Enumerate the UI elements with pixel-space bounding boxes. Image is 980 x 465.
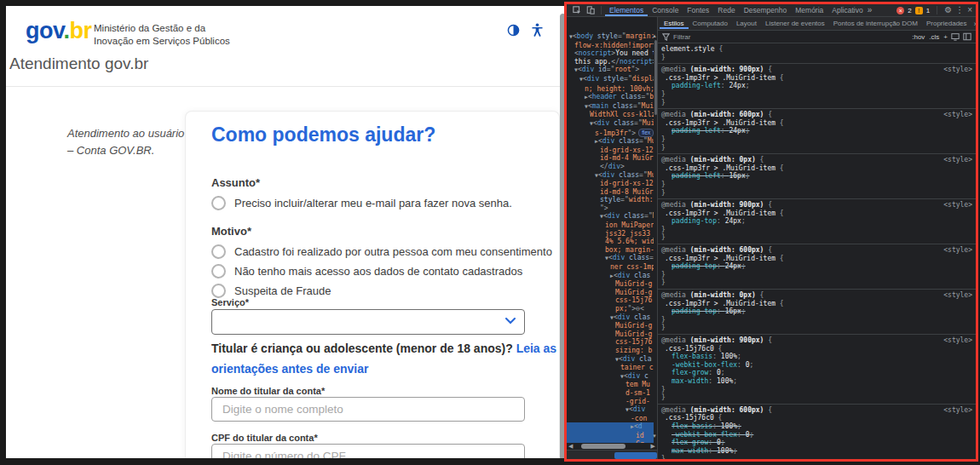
tree-line[interactable]: ▼<div cla — [567, 355, 654, 365]
rendering-icon[interactable] — [951, 32, 960, 41]
tree-line[interactable]: ▼<div class= — [567, 254, 654, 263]
accessibility-icon[interactable] — [532, 23, 543, 37]
radio-button-icon[interactable] — [211, 284, 226, 298]
radio-button-icon[interactable] — [211, 264, 226, 278]
devtools-tab-elementos[interactable]: Elementos — [605, 5, 648, 16]
tree-line[interactable]: MuiGrid-g — [567, 280, 654, 289]
css-property[interactable]: flex-grow: 0; — [661, 439, 972, 447]
tree-line[interactable]: tem Mu — [567, 381, 654, 389]
tree-line[interactable]: ▶<header class="br-h — [567, 93, 654, 102]
css-property[interactable]: max-width: 100%; — [661, 377, 972, 386]
filter-input[interactable]: Filtrar — [673, 33, 690, 41]
filter-chip-[interactable]: + — [943, 33, 948, 41]
tree-line[interactable]: "> — [567, 204, 654, 213]
style-source-link[interactable]: <style> — [943, 406, 972, 415]
hscroll-thumb[interactable] — [581, 444, 625, 449]
tree-line[interactable]: ▼<main class="MuiCo — [567, 102, 654, 112]
panel-tab-estilos[interactable]: Estilos — [660, 18, 689, 29]
filter-chip-hov[interactable]: :hov — [912, 33, 925, 41]
style-source-link[interactable]: <style> — [943, 336, 972, 345]
tree-line[interactable]: sizing: b — [567, 347, 654, 355]
tree-line[interactable]: ▼<div clas — [567, 313, 654, 323]
servico-select[interactable] — [211, 309, 525, 335]
tree-line[interactable]: MuiGrid-g — [567, 289, 654, 297]
tree-line[interactable]: id-md-4 MuiGrid — [567, 154, 654, 163]
tree-line[interactable]: WidthXl css-k1lzmj — [567, 111, 654, 119]
tree-horizontal-scrollbar[interactable]: ◀ ▶ — [567, 442, 657, 450]
panel-tab-listener-de-eventos[interactable]: Listener de eventos — [761, 18, 829, 29]
tree-line[interactable]: s-1mp3fr">flex — [567, 129, 654, 138]
tree-line[interactable]: id — [567, 432, 654, 440]
tree-line[interactable]: ion MuiPaper- — [567, 221, 654, 230]
tree-line[interactable]: ▼<div style="display: — [567, 75, 654, 84]
radio-button-icon[interactable] — [211, 196, 226, 210]
tree-line[interactable]: ▼<div id="root"> — [567, 66, 654, 75]
panel-tab-pontos-de-interrup-o-dom[interactable]: Pontos de interrupção DOM — [829, 18, 922, 29]
style-source-link[interactable]: <style> — [943, 66, 972, 74]
radio-button-icon[interactable] — [211, 244, 226, 259]
tree-line[interactable]: MuiGrid-g — [567, 330, 654, 339]
kebab-menu-icon[interactable]: ⋮ — [955, 6, 964, 14]
tree-line[interactable]: css-15j76 — [567, 338, 654, 347]
tree-line[interactable]: ▼<div class="Mui — [567, 171, 654, 181]
assunto-option-0[interactable]: Preciso incluir/alterar meu e-mail para … — [211, 195, 512, 211]
css-property[interactable]: padding-top: 24px; — [661, 262, 972, 271]
selected-breadcrumb[interactable] — [614, 452, 657, 459]
filter-chip-cls[interactable]: .cls — [929, 33, 939, 41]
css-property[interactable]: -webkit-box-flex: 0; — [661, 431, 972, 439]
style-source-link[interactable]: <style> — [943, 246, 972, 255]
style-source-link[interactable]: <style> — [943, 156, 972, 164]
scroll-up-arrow-icon[interactable]: ▲ — [652, 33, 657, 38]
tree-line[interactable]: style="width: 1 — [567, 196, 654, 204]
settings-gear-icon[interactable]: ⚙ — [944, 6, 952, 14]
scroll-down-arrow-icon[interactable]: ▼ — [652, 433, 657, 439]
tree-line[interactable]: n; height: 100vh;">flex — [567, 84, 654, 94]
motivo-option-1[interactable]: Não tenho mais acesso aos dados de conta… — [211, 263, 552, 279]
inspect-element-icon[interactable] — [573, 6, 581, 14]
devtools-tab-console[interactable]: Console — [648, 5, 683, 16]
tree-line[interactable]: ▶<d — [567, 422, 654, 432]
css-property[interactable]: -webkit-box-flex: 0; — [661, 361, 972, 370]
tree-line[interactable]: id-md-8 MuiGrid — [567, 188, 654, 197]
scroll-right-arrow-icon[interactable]: ▶ — [649, 443, 657, 450]
tree-line[interactable]: id-grid-xs-12 M — [567, 180, 654, 188]
devtools-tab-fontes[interactable]: Fontes — [683, 5, 713, 16]
tree-line[interactable]: <noscript>You need to e — [567, 49, 654, 58]
tree-line[interactable]: flow-x:hidden!important; — [567, 42, 654, 50]
tree-line[interactable]: -grid- — [567, 398, 654, 406]
css-property[interactable]: flex-basis: 100%; — [661, 422, 972, 431]
tree-line[interactable]: ▼<div — [567, 405, 654, 415]
tree-line[interactable]: </div> — [567, 163, 654, 171]
tree-line[interactable]: -con — [567, 415, 654, 423]
css-property[interactable]: max-width: 100%; — [661, 447, 972, 456]
tree-line[interactable]: ▼<div class="M — [567, 212, 654, 221]
close-devtools-icon[interactable]: × — [967, 6, 972, 14]
tree-line[interactable]: ▼<div class="MuiGr — [567, 119, 654, 129]
tree-line[interactable]: 4% 5.6%; widt — [567, 238, 654, 246]
tree-line[interactable]: d-sm-1 — [567, 389, 654, 398]
tree-line[interactable]: ▼<div c — [567, 372, 654, 382]
warning-badge-icon[interactable]: ! — [915, 7, 923, 14]
tree-line[interactable]: ▶<div clas — [567, 272, 654, 281]
tree-vertical-scrollbar[interactable] — [654, 40, 657, 115]
scroll-left-arrow-icon[interactable]: ◀ — [567, 443, 574, 450]
style-source-link[interactable]: <style> — [943, 291, 972, 300]
tree-line[interactable]: ▶<div class="Mui — [567, 137, 654, 146]
css-property[interactable]: padding-left: 24px; — [661, 127, 972, 135]
tree-line[interactable]: id-grid-xs-12 M — [567, 146, 654, 155]
css-property[interactable]: padding-top: 16px; — [661, 307, 972, 316]
style-source-link[interactable]: <style> — [943, 111, 972, 119]
motivo-option-2[interactable]: Suspeita de Fraude — [211, 283, 552, 299]
cpf-input[interactable] — [211, 444, 525, 458]
css-property[interactable]: flex-basis: 100%; — [661, 353, 972, 361]
css-property[interactable]: padding-left: 16px; — [661, 172, 972, 181]
devtools-tab-desempenho[interactable]: Desempenho — [740, 5, 792, 16]
orientations-link-line2[interactable]: orientações antes de enviar — [211, 362, 368, 376]
tree-line[interactable]: MuiGrid-g — [567, 322, 654, 330]
devtools-tab-rede[interactable]: Rede — [713, 5, 739, 16]
panel-tab-layout[interactable]: Layout — [732, 18, 761, 29]
css-property[interactable]: flex-grow: 0; — [661, 369, 972, 377]
tree-line[interactable]: ▼<body style="margin:0;pa — [567, 32, 654, 42]
tree-line[interactable]: tainer c — [567, 364, 654, 372]
more-tabs-chevron[interactable]: » — [868, 6, 873, 14]
